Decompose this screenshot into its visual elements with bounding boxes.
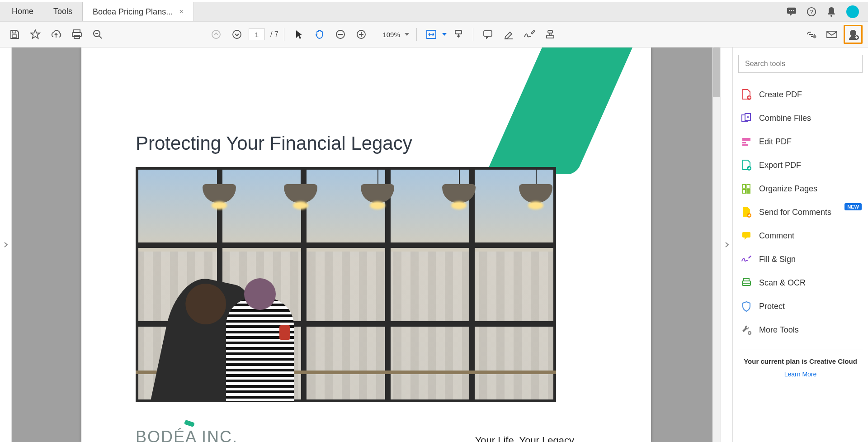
combine-files-icon [741, 113, 752, 124]
sign-tool-icon[interactable] [520, 25, 538, 43]
svg-point-15 [212, 30, 220, 38]
svg-rect-23 [455, 30, 462, 34]
zoom-value: 109% [375, 31, 400, 38]
search-tools-box[interactable] [738, 55, 863, 73]
toolbar: / 7 109% [0, 22, 868, 48]
tool-edit-pdf[interactable]: Edit PDF [738, 130, 863, 153]
zoom-out-icon[interactable] [331, 25, 349, 43]
email-icon[interactable] [823, 25, 841, 43]
svg-point-3 [793, 10, 794, 11]
svg-point-29 [813, 35, 816, 38]
fit-dropdown-icon[interactable] [442, 33, 447, 36]
svg-rect-26 [548, 30, 552, 33]
tools-panel: Create PDF Combine Files Edit PDF Export… [732, 48, 868, 442]
link-share-icon[interactable] [802, 25, 820, 43]
avatar[interactable] [846, 5, 859, 18]
zoom-level[interactable]: 109% [373, 31, 411, 38]
tool-edit-pdf-label: Edit PDF [759, 137, 792, 147]
tool-organize-pages-label: Organize Pages [759, 184, 817, 194]
tab-document-label: Bodea Pricing Plans... [93, 7, 173, 17]
page-up-icon[interactable] [207, 25, 225, 43]
comment-tool-icon[interactable] [479, 25, 497, 43]
tool-fill-sign[interactable]: Fill & Sign [738, 247, 863, 271]
page-accent-shape [486, 48, 644, 174]
hand-tool-icon[interactable] [311, 25, 329, 43]
tool-more-tools-label: More Tools [759, 325, 799, 335]
document-viewport[interactable]: Protecting Your Financial Legacy BODÉA I… [12, 48, 721, 442]
tool-scan-ocr-label: Scan & OCR [759, 278, 806, 288]
svg-point-2 [791, 10, 792, 11]
share-button-highlighted[interactable] [844, 25, 863, 44]
tool-combine-files[interactable]: Combine Files [738, 106, 863, 130]
svg-rect-7 [12, 31, 16, 33]
svg-rect-8 [12, 35, 17, 38]
new-badge: NEW [844, 203, 862, 210]
document-tagline: Your Life, Your Legacy [475, 435, 574, 442]
tool-combine-files-label: Combine Files [759, 114, 811, 123]
svg-rect-9 [74, 30, 80, 33]
tool-comment[interactable]: Comment [738, 224, 863, 247]
help-icon[interactable]: ? [807, 7, 816, 17]
fit-width-icon[interactable] [422, 25, 440, 43]
left-rail[interactable] [0, 48, 12, 442]
zoom-dropdown-icon[interactable] [405, 33, 409, 36]
comment-icon [741, 230, 752, 241]
page-down-icon[interactable] [228, 25, 246, 43]
svg-rect-50 [744, 279, 749, 281]
tab-home[interactable]: Home [2, 2, 43, 21]
page-number-input[interactable] [249, 29, 265, 40]
star-icon[interactable] [26, 25, 44, 43]
highlight-tool-icon[interactable] [500, 25, 518, 43]
right-rail[interactable] [721, 48, 732, 442]
bell-icon[interactable] [826, 7, 836, 17]
svg-rect-24 [484, 31, 492, 36]
tool-send-comments-label: Send for Comments [759, 208, 831, 217]
cloud-upload-icon[interactable] [47, 25, 65, 43]
tabs-bar: Home Tools Bodea Pricing Plans... × ? [0, 2, 868, 22]
fill-sign-icon [741, 254, 752, 265]
tool-comment-label: Comment [759, 231, 794, 241]
chat-icon[interactable] [787, 7, 797, 17]
svg-rect-43 [742, 185, 745, 188]
svg-text:?: ? [810, 8, 813, 15]
svg-rect-39 [742, 138, 750, 141]
create-pdf-icon [741, 89, 752, 100]
protect-icon [741, 301, 752, 312]
tool-more-tools[interactable]: More Tools [738, 318, 863, 342]
tool-send-comments[interactable]: Send for Comments NEW [738, 200, 863, 224]
tool-export-pdf[interactable]: Export PDF [738, 153, 863, 177]
close-tab-icon[interactable]: × [179, 8, 183, 16]
svg-rect-45 [742, 190, 745, 193]
stamp-tool-icon[interactable] [541, 25, 559, 43]
vertical-scrollbar[interactable] [712, 48, 721, 442]
read-mode-icon[interactable] [449, 25, 467, 43]
zoom-in-icon[interactable] [352, 25, 370, 43]
tool-scan-ocr[interactable]: Scan & OCR [738, 271, 863, 295]
tab-tools-label: Tools [53, 7, 72, 16]
pdf-page: Protecting Your Financial Legacy BODÉA I… [81, 48, 651, 442]
tool-create-pdf[interactable]: Create PDF [738, 83, 863, 106]
tool-protect[interactable]: Protect [738, 295, 863, 318]
tab-document[interactable]: Bodea Pricing Plans... × [82, 2, 193, 21]
find-icon[interactable] [89, 25, 107, 43]
send-comments-icon [741, 207, 752, 218]
search-tools-input[interactable] [745, 60, 856, 68]
more-tools-icon [741, 324, 752, 335]
learn-more-link[interactable]: Learn More [738, 371, 863, 378]
tab-tools[interactable]: Tools [43, 2, 82, 21]
svg-rect-40 [742, 142, 746, 143]
svg-point-1 [789, 10, 790, 11]
selection-tool-icon[interactable] [290, 25, 308, 43]
brand-logo: BODÉA INC. [136, 428, 238, 442]
svg-line-13 [99, 36, 102, 38]
svg-rect-28 [547, 36, 554, 38]
svg-rect-10 [72, 33, 81, 37]
tool-protect-label: Protect [759, 302, 785, 311]
tool-organize-pages[interactable]: Organize Pages [738, 177, 863, 200]
save-icon[interactable] [5, 25, 24, 43]
print-icon[interactable] [68, 25, 86, 43]
svg-rect-44 [747, 185, 750, 188]
svg-point-6 [830, 15, 832, 17]
document-hero-image [136, 167, 556, 402]
tool-create-pdf-label: Create PDF [759, 90, 802, 100]
